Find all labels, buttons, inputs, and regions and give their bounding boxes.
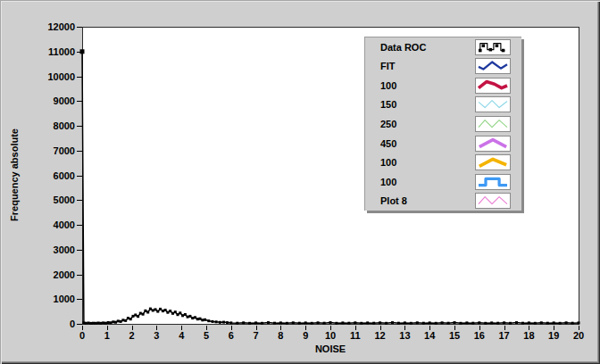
plot-legend[interactable]: Data ROCFIT100150250450100100Plot 8 [364,37,521,211]
thin-zigzag-line-icon[interactable] [475,193,511,209]
x-tick-label: 15 [449,330,460,341]
y-tick-label: 9000 [25,95,75,107]
y-tick-mark [77,275,82,276]
y-tick-label: 10000 [25,70,75,83]
legend-item[interactable]: 100 [365,172,521,192]
y-tick-label: 2000 [25,269,75,281]
x-tick-label: 3 [154,330,159,341]
legend-item[interactable]: 150 [365,95,521,115]
legend-item[interactable]: 100 [365,76,521,95]
legend-item-label: FIT [380,61,396,71]
x-tick-label: 13 [399,330,410,341]
legend-item-label: 100 [380,80,396,91]
y-tick-mark [77,324,82,325]
x-tick-label: 7 [254,330,259,341]
y-tick-mark [77,52,82,53]
x-tick-label: 6 [229,330,234,341]
x-tick-label: 5 [204,330,209,341]
y-tick-mark [77,27,82,28]
thick-chevron-line-icon[interactable] [475,154,511,170]
legend-item[interactable]: FIT [365,57,521,77]
x-tick-label: 18 [523,330,534,341]
x-tick-label: 8 [278,330,283,341]
x-tick-label: 10 [325,330,336,341]
legend-item-label: 150 [380,99,396,110]
line-with-markers-icon[interactable] [475,39,511,55]
x-tick-label: 11 [350,330,361,341]
legend-item[interactable]: Data ROC [365,37,521,57]
x-tick-label: 0 [79,330,85,341]
x-tick-label: 1 [104,330,110,341]
y-tick-label: 7000 [25,145,75,157]
x-tick-label: 19 [548,330,559,341]
x-axis-title: NOISE [315,343,346,354]
y-tick-mark [77,250,82,251]
x-tick-label: 4 [179,330,184,341]
x-tick-label: 14 [424,330,435,341]
thick-chevron-line-icon[interactable] [475,136,511,152]
legend-item-label: 100 [380,177,396,187]
legend-item-label: Data ROC [380,42,426,53]
legend-item-label: Plot 8 [380,195,407,206]
y-tick-mark [77,299,82,300]
x-tick-label: 9 [303,330,308,341]
y-tick-label: 3000 [25,244,75,256]
x-tick-label: 2 [129,330,135,341]
y-tick-label: 12000 [25,21,75,33]
y-tick-label: 8000 [25,120,75,132]
x-tick-label: 16 [474,330,485,341]
y-tick-mark [77,126,82,127]
legend-item[interactable]: 250 [365,114,521,134]
y-tick-mark [77,200,82,201]
y-tick-label: 11000 [25,46,75,58]
y-tick-label: 5000 [25,194,75,206]
thick-wave-line-icon[interactable] [475,78,511,94]
y-tick-mark [77,176,82,177]
y-tick-mark [77,101,82,102]
x-tick-label: 12 [374,330,385,341]
y-tick-mark [77,77,82,78]
y-tick-label: 1000 [25,293,75,305]
y-tick-mark [77,225,82,226]
legend-item[interactable]: Plot 8 [365,192,521,211]
y-axis-title: Frequency absolute [9,128,20,221]
legend-item-label: 100 [380,157,396,168]
y-tick-label: 6000 [25,170,75,182]
thin-zigzag-line-icon[interactable] [475,116,511,132]
x-tick-label: 17 [498,330,509,341]
wave-line-icon[interactable] [475,58,511,74]
y-tick-mark [77,151,82,152]
legend-item-label: 450 [380,138,396,149]
thin-zigzag-line-icon[interactable] [475,96,511,112]
legend-item[interactable]: 100 [365,153,521,172]
y-tick-label: 4000 [25,219,75,231]
legend-item-label: 250 [380,119,396,129]
legend-item[interactable]: 450 [365,134,521,153]
thick-pulse-line-icon[interactable] [475,174,511,190]
x-tick-label: 20 [573,330,584,341]
y-tick-label: 0 [25,318,75,330]
labview-graph-panel: 0100020003000400050006000700080009000100… [0,0,600,364]
